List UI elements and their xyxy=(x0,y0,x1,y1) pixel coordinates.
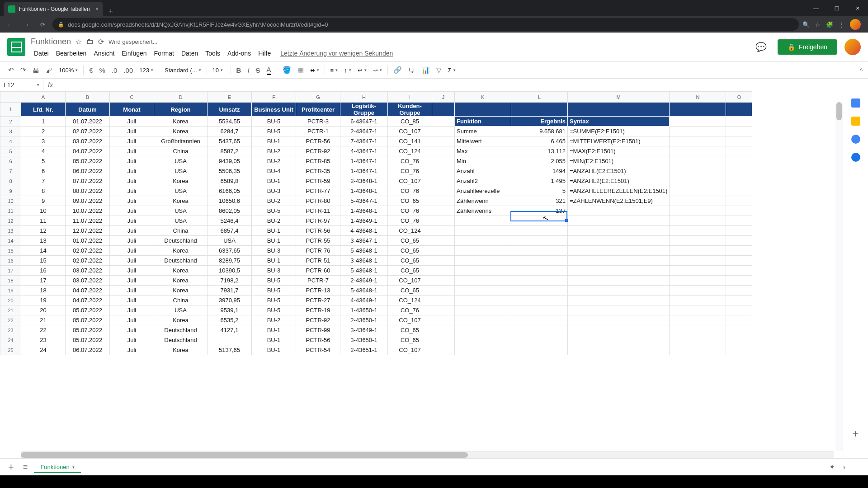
cell[interactable]: 8 xyxy=(21,186,66,196)
chrome-menu-icon[interactable]: ⋮ xyxy=(839,21,844,28)
cell[interactable]: BU-1 xyxy=(252,136,296,146)
add-addon-icon[interactable]: + xyxy=(852,427,859,440)
cell[interactable]: Korea xyxy=(154,286,208,296)
cell[interactable]: =ANZAHLLEEREZELLEN(E2:E1501) xyxy=(568,186,670,196)
cell[interactable] xyxy=(455,246,511,256)
cell[interactable]: Korea xyxy=(154,266,208,276)
row-header[interactable]: 20 xyxy=(0,296,21,305)
cell[interactable]: Zählenwenn xyxy=(455,196,511,206)
column-header[interactable]: A xyxy=(21,92,66,103)
cell[interactable]: BU-2 xyxy=(252,216,296,226)
cell[interactable]: BU-1 xyxy=(252,335,296,345)
cell[interactable]: 3-43649-1 xyxy=(340,325,388,335)
cell[interactable] xyxy=(726,136,752,146)
cell[interactable] xyxy=(670,186,726,196)
cell[interactable] xyxy=(455,325,511,335)
cell[interactable]: Juli xyxy=(110,186,154,196)
cell[interactable]: Zählenwenns xyxy=(455,206,511,216)
cell[interactable]: Juli xyxy=(110,335,154,345)
cell[interactable] xyxy=(511,305,568,315)
cell[interactable]: USA xyxy=(154,305,208,315)
cell[interactable]: USA xyxy=(154,216,208,226)
cell[interactable] xyxy=(670,206,726,216)
horizontal-scrollbar[interactable] xyxy=(21,451,834,458)
cell[interactable]: PCTR-7 xyxy=(296,276,340,286)
insert-chart-icon[interactable]: 📊 xyxy=(419,64,433,76)
zoom-select[interactable]: 100% xyxy=(56,66,80,75)
cell[interactable]: PCTR-11 xyxy=(296,206,340,216)
cell[interactable]: BU-5 xyxy=(252,286,296,296)
cell[interactable] xyxy=(726,296,752,305)
cell[interactable]: Korea xyxy=(154,315,208,325)
cell[interactable] xyxy=(432,266,455,276)
cell[interactable]: 5534,55 xyxy=(208,117,252,127)
select-all-corner[interactable] xyxy=(0,92,21,103)
cell[interactable]: Korea xyxy=(154,176,208,186)
row-header[interactable]: 4 xyxy=(0,136,21,146)
cell[interactable] xyxy=(726,186,752,196)
keep-icon[interactable] xyxy=(851,117,860,126)
cell[interactable]: 9539,1 xyxy=(208,305,252,315)
cell[interactable] xyxy=(670,325,726,335)
cell[interactable]: 06.07.2022 xyxy=(66,166,110,176)
cell[interactable] xyxy=(432,196,455,206)
menu-ansicht[interactable]: Ansicht xyxy=(90,49,118,58)
cell[interactable]: 6-43647-1 xyxy=(340,117,388,127)
cell[interactable] xyxy=(726,117,752,127)
cell[interactable] xyxy=(432,315,455,325)
cell[interactable]: PCTR-3 xyxy=(296,117,340,127)
cell[interactable]: 02.07.2022 xyxy=(66,256,110,266)
cell[interactable] xyxy=(511,345,568,355)
cell[interactable]: 3 xyxy=(21,136,66,146)
cell[interactable]: 4127,1 xyxy=(208,325,252,335)
cell[interactable]: BU-2 xyxy=(252,156,296,166)
row-header[interactable]: 24 xyxy=(0,335,21,345)
cell[interactable]: 6 xyxy=(21,166,66,176)
cell[interactable]: 3-43648-1 xyxy=(340,256,388,266)
document-title[interactable]: Funktionen xyxy=(31,37,71,47)
cell[interactable]: CO_65 xyxy=(388,196,432,206)
cell[interactable] xyxy=(726,246,752,256)
menu-add-ons[interactable]: Add-ons xyxy=(224,49,254,58)
cell[interactable]: 02.07.2022 xyxy=(66,127,110,136)
cell[interactable]: PCTR-51 xyxy=(296,256,340,266)
cell[interactable]: CO_65 xyxy=(388,236,432,246)
cell[interactable]: PCTR-19 xyxy=(296,305,340,315)
cell[interactable]: PCTR-59 xyxy=(296,176,340,186)
cell[interactable] xyxy=(568,256,670,266)
cell[interactable]: BU-5 xyxy=(252,127,296,136)
cell[interactable]: 8587,2 xyxy=(208,146,252,156)
cell[interactable]: Juli xyxy=(110,176,154,186)
row-header[interactable]: 8 xyxy=(0,176,21,186)
cell[interactable]: 06.07.2022 xyxy=(66,345,110,355)
cell[interactable] xyxy=(432,345,455,355)
cell[interactable]: BU-1 xyxy=(252,345,296,355)
cell[interactable] xyxy=(432,166,455,176)
cell[interactable] xyxy=(432,335,455,345)
row-header[interactable]: 11 xyxy=(0,206,21,216)
text-wrap-icon[interactable]: ↩ xyxy=(355,66,369,75)
row-header[interactable]: 15 xyxy=(0,246,21,256)
cell[interactable] xyxy=(432,176,455,186)
cell[interactable] xyxy=(432,296,455,305)
cell[interactable]: Juli xyxy=(110,296,154,305)
column-header[interactable]: M xyxy=(568,92,670,103)
cell[interactable] xyxy=(455,103,511,117)
cell[interactable]: BU-5 xyxy=(252,206,296,216)
cell[interactable]: PCTR-92 xyxy=(296,146,340,156)
menu-daten[interactable]: Daten xyxy=(178,49,201,58)
cell[interactable]: 3-43650-1 xyxy=(340,335,388,345)
cell[interactable]: CO_124 xyxy=(388,146,432,156)
cell[interactable]: 5506,35 xyxy=(208,166,252,176)
cell[interactable] xyxy=(511,246,568,256)
row-header[interactable]: 21 xyxy=(0,305,21,315)
vertical-align-icon[interactable]: ↕ xyxy=(341,66,354,75)
cell[interactable]: 1-43648-1 xyxy=(340,186,388,196)
cell[interactable]: USA xyxy=(154,206,208,216)
cell[interactable]: Korea xyxy=(154,117,208,127)
cell[interactable]: CO_65 xyxy=(388,325,432,335)
cell[interactable]: 05.07.2022 xyxy=(66,335,110,345)
vertical-scrollbar[interactable] xyxy=(835,102,843,451)
cell[interactable]: Korea xyxy=(154,276,208,286)
menu-bearbeiten[interactable]: Bearbeiten xyxy=(53,49,90,58)
